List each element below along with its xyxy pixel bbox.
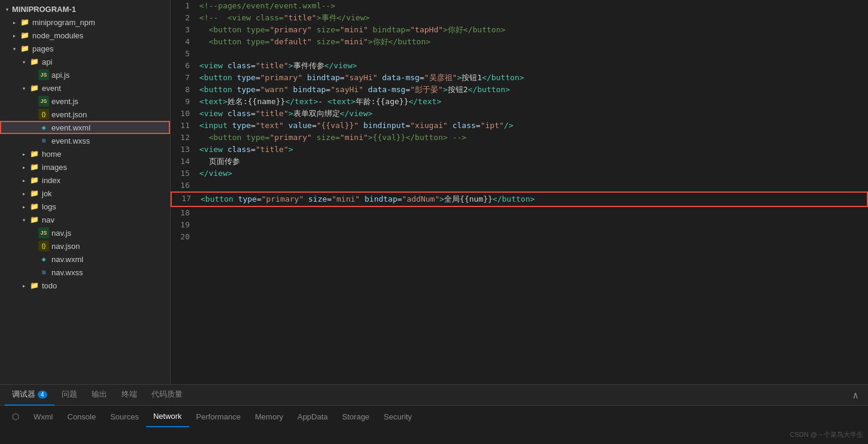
folder-icon-images: 📁 [29, 162, 40, 172]
label-pages: pages [32, 44, 53, 53]
chevron-home: ▸ [19, 151, 29, 157]
sidebar-item-jok[interactable]: ▸📁jok [0, 187, 170, 200]
dev-tab-console[interactable]: Console [60, 406, 104, 427]
sidebar-item-api_js[interactable]: JSapi.js [0, 68, 170, 81]
dev-tab-security[interactable]: Security [377, 406, 419, 427]
code-line-20: 20 [171, 231, 868, 243]
sidebar-item-node_modules[interactable]: ▸📁node_modules [0, 29, 170, 42]
line-content-1: <!--pages/event/event.wxml--> [199, 0, 868, 12]
dev-tab-storage[interactable]: Storage [335, 406, 377, 427]
sidebar-item-event[interactable]: ▾📁event [0, 81, 170, 95]
line-number-12: 12 [171, 132, 199, 144]
line-content-3: <button type="primary" size="mini" bindt… [199, 24, 868, 36]
dev-tab-label-network: Network [153, 412, 182, 421]
dev-tab-memory[interactable]: Memory [248, 406, 290, 427]
sidebar-item-nav_js[interactable]: JSnav.js [0, 226, 170, 239]
folder-icon-pages: 📁 [19, 43, 30, 54]
line-number-7: 7 [171, 72, 199, 84]
project-root[interactable]: ▾ MINIPROGRAM-1 [0, 2, 170, 16]
dev-tab-wxml[interactable]: Wxml [26, 406, 60, 427]
code-line-14: 14 页面传参 [171, 156, 868, 168]
json-icon-event_json: {} [38, 109, 49, 120]
top-tab-output[interactable]: 输出 [84, 385, 114, 406]
dev-tab-label-sources: Sources [110, 412, 139, 421]
line-content-11: <input type="text" value="{{val}}" bindi… [199, 120, 868, 132]
label-event_wxml: event.wxml [51, 123, 90, 132]
line-number-17: 17 [172, 193, 201, 205]
label-home: home [42, 150, 62, 159]
label-api_js: api.js [51, 71, 69, 80]
sidebar-item-nav_wxss[interactable]: ≋nav.wxss [0, 266, 170, 279]
chevron-todo: ▸ [19, 282, 29, 289]
project-name: MINIPROGRAM-1 [12, 5, 76, 14]
folder-icon-logs: 📁 [29, 201, 40, 212]
sidebar-item-event_wxss[interactable]: ≋event.wxss [0, 134, 170, 147]
bottom-panel: 调试器4问题输出终端代码质量 ∧ ⬡WxmlConsoleSourcesNetw… [0, 384, 868, 444]
sidebar-item-pages[interactable]: ▾📁pages [0, 42, 170, 55]
sidebar-item-nav_json[interactable]: {}nav.json [0, 239, 170, 253]
folder-icon-miniprogram_npm: 📁 [19, 17, 30, 28]
dev-tab-cursor[interactable]: ⬡ [5, 406, 26, 427]
code-line-8: 8 <button type="warn" bindtap="sayHi" da… [171, 84, 868, 96]
code-line-10: 10 <view class="title">表单双向绑定</view> [171, 108, 868, 120]
code-line-13: 13 <view class="title"> [171, 144, 868, 156]
line-content-7: <button type="primary" bindtap="sayHi" d… [199, 72, 868, 84]
editor-content[interactable]: 1 <!--pages/event/event.wxml--> 2 <!-- <… [171, 0, 868, 384]
chevron-nav: ▾ [19, 217, 29, 223]
wxss-icon-event_wxss: ≋ [38, 135, 49, 146]
line-number-11: 11 [171, 120, 199, 132]
code-line-3: 3 <button type="primary" size="mini" bin… [171, 24, 868, 36]
line-content-6: <view class="title">事件传参</view> [199, 60, 868, 72]
code-line-12: 12 <button type="primary" size="mini">{{… [171, 132, 868, 144]
line-number-13: 13 [171, 144, 199, 156]
chevron-api: ▾ [19, 59, 29, 65]
bottom-tabs-bottom: ⬡WxmlConsoleSourcesNetworkPerformanceMem… [0, 406, 868, 427]
chevron-images: ▸ [19, 164, 29, 171]
line-content-12: <button type="primary" size="mini">{{val… [199, 132, 868, 144]
label-jok: jok [42, 189, 52, 198]
top-tab-label-problems: 问题 [62, 389, 77, 400]
code-line-7: 7 <button type="primary" bindtap="sayHi"… [171, 72, 868, 84]
sidebar-item-todo[interactable]: ▸📁todo [0, 279, 170, 292]
sidebar-item-nav[interactable]: ▾📁nav [0, 213, 170, 226]
wxml-icon-event_wxml: ◈ [38, 122, 49, 133]
dev-tab-sources[interactable]: Sources [103, 406, 146, 427]
folder-icon-todo: 📁 [29, 280, 40, 291]
line-number-8: 8 [171, 84, 199, 96]
sidebar-item-index[interactable]: ▸📁index [0, 174, 170, 187]
sidebar-item-api[interactable]: ▾📁api [0, 55, 170, 68]
code-line-6: 6 <view class="title">事件传参</view> [171, 60, 868, 72]
sidebar-item-home[interactable]: ▸📁home [0, 147, 170, 160]
top-tab-label-terminal: 终端 [122, 389, 137, 400]
top-tab-quality[interactable]: 代码质量 [144, 385, 190, 406]
top-tab-debugger[interactable]: 调试器4 [5, 385, 54, 406]
line-content-15: </view> [199, 168, 868, 180]
js-icon-api_js: JS [38, 69, 49, 80]
line-number-5: 5 [171, 48, 199, 60]
code-line-9: 9 <text>姓名:{{name}}</text>- <text>年龄:{{a… [171, 96, 868, 108]
chevron-node_modules: ▸ [10, 32, 19, 39]
dev-tab-performance[interactable]: Performance [189, 406, 248, 427]
dev-tab-appdata[interactable]: AppData [290, 406, 335, 427]
label-event_js: event.js [51, 97, 78, 106]
top-tab-terminal[interactable]: 终端 [114, 385, 144, 406]
label-nav: nav [42, 215, 54, 224]
wxss-icon-nav_wxss: ≋ [38, 267, 49, 278]
collapse-button[interactable]: ∧ [848, 387, 863, 403]
top-tab-problems[interactable]: 问题 [54, 385, 84, 406]
label-todo: todo [42, 281, 57, 290]
line-number-15: 15 [171, 168, 199, 180]
sidebar-item-logs[interactable]: ▸📁logs [0, 200, 170, 213]
sidebar-item-images[interactable]: ▸📁images [0, 160, 170, 174]
code-lines: 1 <!--pages/event/event.wxml--> 2 <!-- <… [171, 0, 868, 243]
sidebar-item-miniprogram_npm[interactable]: ▸📁miniprogram_npm [0, 16, 170, 29]
label-images: images [42, 163, 67, 172]
line-number-19: 19 [171, 219, 199, 231]
sidebar-item-nav_wxml[interactable]: ◈nav.wxml [0, 253, 170, 266]
sidebar-item-event_js[interactable]: JSevent.js [0, 95, 170, 108]
sidebar-item-event_wxml[interactable]: ◈event.wxml [0, 121, 170, 134]
dev-tab-network[interactable]: Network [146, 406, 189, 427]
sidebar-item-event_json[interactable]: {}event.json [0, 108, 170, 121]
line-content-8: <button type="warn" bindtap="sayHi" data… [199, 84, 868, 96]
label-index: index [42, 176, 60, 185]
